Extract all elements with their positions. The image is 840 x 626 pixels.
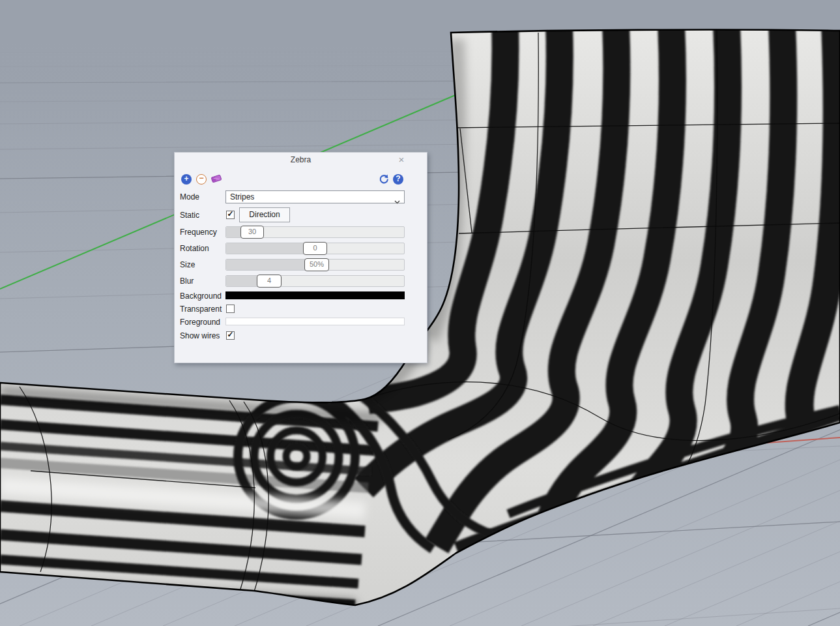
transparent-label: Transparent (180, 305, 222, 314)
transparent-checkbox[interactable] (226, 305, 235, 313)
foreground-color-swatch[interactable] (225, 318, 405, 325)
undo-icon[interactable] (379, 174, 389, 185)
direction-button[interactable]: Direction (239, 207, 290, 222)
help-icon[interactable]: ? (393, 174, 403, 185)
size-label: Size (180, 260, 195, 269)
chevron-down-icon (394, 196, 400, 207)
background-color-swatch[interactable] (225, 291, 405, 299)
rotation-slider-fill (226, 243, 315, 254)
rotation-value[interactable]: 0 (303, 242, 327, 255)
static-label: Static (180, 211, 199, 220)
blur-slider[interactable]: 4 (225, 275, 405, 287)
remove-icon[interactable]: − (196, 174, 207, 185)
mode-select-value: Stripes (230, 192, 254, 201)
zebra-dialog: Zebra × + − ? Mode Stripes Static ✓ Dire… (174, 152, 427, 363)
add-icon[interactable]: + (181, 174, 192, 185)
frequency-label: Frequency (180, 228, 217, 237)
size-slider[interactable]: 50% (225, 259, 405, 271)
mode-label: Mode (180, 192, 199, 201)
rotation-label: Rotation (180, 244, 209, 253)
close-icon[interactable]: × (396, 155, 407, 165)
blur-value[interactable]: 4 (257, 275, 282, 288)
show-wires-label: Show wires (180, 331, 220, 340)
mode-select[interactable]: Stripes (225, 190, 405, 203)
size-value[interactable]: 50% (304, 258, 329, 271)
eraser-icon[interactable] (210, 173, 221, 184)
foreground-label: Foreground (180, 318, 220, 327)
static-checkbox[interactable]: ✓ (226, 211, 235, 219)
frequency-slider[interactable]: 30 (225, 226, 405, 238)
rotation-slider[interactable]: 0 (225, 243, 405, 254)
show-wires-checkbox[interactable]: ✓ (226, 331, 235, 340)
background-label: Background (180, 291, 222, 301)
dialog-title: Zebra (175, 155, 427, 164)
frequency-value[interactable]: 30 (240, 226, 264, 239)
rhino-viewport-stage: Zebra × + − ? Mode Stripes Static ✓ Dire… (0, 0, 840, 626)
size-slider-fill (226, 260, 317, 270)
blur-label: Blur (180, 276, 194, 286)
